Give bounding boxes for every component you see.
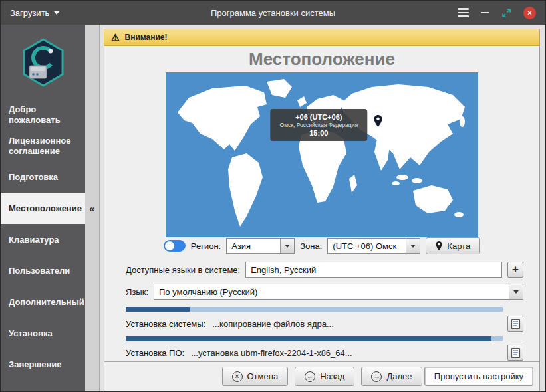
back-button[interactable]: ← Назад	[295, 367, 354, 386]
sidebar-item-label: Добро пожаловать	[9, 104, 77, 126]
sidebar-item-label: Завершение	[9, 359, 62, 370]
cancel-label: Отмена	[247, 371, 279, 381]
software-install-status: ...установка ubm-firefox-2204-1-x86_64..…	[191, 348, 352, 358]
tooltip-time: 15:00	[280, 129, 358, 137]
sidebar-item-completion[interactable]: Завершение	[1, 349, 85, 380]
region-value: Азия	[227, 239, 280, 253]
world-map-image	[166, 72, 478, 237]
timezone-map[interactable]: +06 (UTC+06) Омск, Российская Федерация …	[166, 72, 478, 230]
sidebar-item-label: Пользователи	[9, 266, 70, 276]
region-toggle[interactable]	[164, 240, 186, 252]
sidebar: Добро пожаловать Лицензионное соглашение…	[1, 25, 85, 391]
language-label: Язык:	[126, 287, 148, 297]
cancel-button[interactable]: × Отмена	[222, 367, 289, 386]
software-log-button[interactable]	[507, 345, 523, 361]
sidebar-item-keyboard[interactable]: Клавиатура	[1, 224, 85, 255]
add-language-button[interactable]: +	[507, 262, 523, 278]
close-button[interactable]: ×	[523, 7, 536, 19]
footer-bar: × Отмена ← Назад → Далее Пропустить наст…	[104, 361, 539, 391]
software-progress-fill	[126, 336, 491, 341]
installer-window: Загрузить Программа установки системы ×	[0, 0, 546, 392]
map-pin-icon	[436, 241, 442, 250]
main-area: ⚠ Внимание! Местоположение	[100, 25, 545, 391]
log-icon	[511, 348, 521, 358]
system-progress-bar	[126, 307, 503, 312]
region-label: Регион:	[191, 241, 221, 251]
zone-label: Зона:	[300, 241, 322, 251]
titlebar: Загрузить Программа установки системы ×	[1, 1, 545, 25]
next-button[interactable]: → Далее	[361, 367, 422, 386]
timezone-tooltip: +06 (UTC+06) Омск, Российская Федерация …	[271, 109, 367, 141]
map-button[interactable]: Карта	[426, 237, 480, 254]
skip-label: Пропустить настройку	[434, 371, 523, 381]
sidebar-item-label: Подготовка	[9, 172, 58, 183]
system-log-button[interactable]	[507, 316, 523, 332]
region-select[interactable]: Азия	[226, 238, 295, 254]
timezone-controls: Регион: Азия Зона: (UTC +06) Омск	[104, 237, 539, 254]
hamburger-menu-icon[interactable]	[458, 8, 469, 17]
collapse-arrow-icon: «	[89, 203, 94, 214]
form-area: Доступные языки в системе: + Язык: По ум…	[104, 254, 539, 361]
sidebar-collapse-handle[interactable]: «	[85, 25, 100, 391]
warning-banner: ⚠ Внимание!	[104, 29, 540, 46]
page-title: Местоположение	[104, 49, 539, 70]
toggle-knob	[165, 241, 174, 250]
warning-icon: ⚠	[111, 33, 120, 42]
software-install-label: Установка ПО:	[126, 348, 184, 358]
location-panel: Местоположение	[104, 46, 540, 391]
skip-setup-button[interactable]: Пропустить настройку	[424, 367, 533, 386]
language-select[interactable]: По умолчанию (Русский)	[154, 284, 523, 300]
tooltip-place: Омск, Российская Федерация	[280, 122, 358, 128]
warning-text: Внимание!	[125, 33, 168, 42]
sidebar-item-installation[interactable]: Установка	[1, 318, 85, 349]
dropdown-arrow-icon	[280, 239, 294, 253]
sidebar-item-label: Местоположение	[9, 203, 82, 214]
arrow-left-circle-icon: ←	[305, 371, 315, 382]
log-icon	[511, 319, 521, 329]
maximize-button[interactable]	[501, 8, 511, 18]
system-install-label: Установка системы:	[126, 319, 205, 329]
languages-row: Доступные языки в системе: +	[126, 262, 523, 278]
map-button-label: Карта	[447, 241, 470, 251]
system-progress-fill	[126, 307, 190, 312]
window-controls: ×	[458, 7, 545, 19]
close-icon: ×	[527, 9, 531, 17]
location-pin-icon	[374, 115, 382, 130]
sidebar-item-preparation[interactable]: Подготовка	[1, 161, 85, 193]
load-menu-button[interactable]: Загрузить	[1, 1, 68, 25]
language-value: По умолчанию (Русский)	[154, 284, 509, 299]
dropdown-arrow-icon	[406, 239, 420, 253]
next-label: Далее	[386, 371, 412, 381]
languages-label: Доступные языки в системе:	[126, 265, 240, 275]
window-body: Добро пожаловать Лицензионное соглашение…	[1, 25, 545, 391]
expand-arrows-icon	[501, 8, 511, 18]
language-row: Язык: По умолчанию (Русский)	[126, 284, 523, 300]
system-install-status: ...копирование файлов ядра...	[212, 319, 334, 329]
cancel-circle-icon: ×	[232, 371, 243, 382]
dropdown-arrow-icon	[509, 284, 523, 299]
distro-logo	[21, 38, 65, 90]
system-status-row: Установка системы: ...копирование файлов…	[126, 315, 523, 332]
zone-value: (UTC +06) Омск	[328, 239, 406, 253]
plus-icon: +	[512, 263, 519, 276]
languages-input[interactable]	[245, 262, 502, 278]
sidebar-item-additional[interactable]: Дополнительный	[1, 286, 85, 318]
minimize-button[interactable]	[481, 12, 489, 14]
sidebar-item-welcome[interactable]: Добро пожаловать	[1, 99, 85, 130]
sidebar-item-license[interactable]: Лицензионное соглашение	[1, 130, 85, 161]
sidebar-item-label: Клавиатура	[9, 235, 59, 245]
chevron-down-icon	[54, 11, 59, 15]
sidebar-item-users[interactable]: Пользователи	[1, 255, 85, 286]
sidebar-item-label: Лицензионное соглашение	[9, 136, 77, 157]
zone-select[interactable]: (UTC +06) Омск	[327, 238, 420, 254]
load-menu-label: Загрузить	[10, 8, 49, 18]
software-status-row: Установка ПО: ...установка ubm-firefox-2…	[126, 344, 523, 361]
arrow-right-circle-icon: →	[371, 371, 382, 382]
sidebar-item-location[interactable]: Местоположение	[1, 193, 85, 224]
back-label: Назад	[320, 371, 344, 381]
tooltip-utc-offset: +06 (UTC+06)	[280, 113, 358, 121]
sidebar-item-label: Установка	[9, 328, 53, 339]
sidebar-item-label: Дополнительный	[9, 297, 84, 308]
software-progress-bar	[126, 336, 503, 341]
